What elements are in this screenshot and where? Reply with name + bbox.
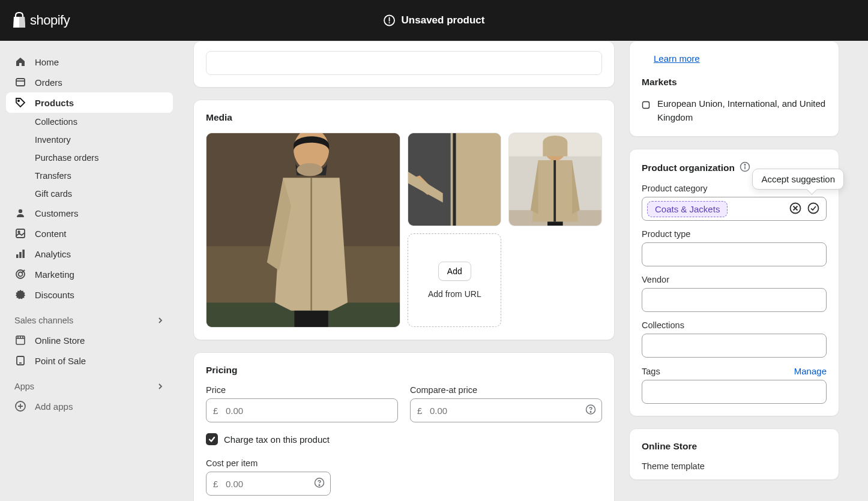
topbar-status: Unsaved product xyxy=(384,14,485,26)
sidebar-item-add-apps[interactable]: Add apps xyxy=(6,396,173,416)
sidebar-sub-inventory[interactable]: Inventory xyxy=(6,131,173,149)
content-icon xyxy=(14,227,26,239)
topbar: shopify Unsaved product xyxy=(0,0,868,41)
compare-price-input[interactable] xyxy=(410,398,602,422)
sidebar-item-analytics[interactable]: Analytics xyxy=(6,244,173,264)
sidebar-sub-transfers[interactable]: Transfers xyxy=(6,167,173,185)
charge-tax-row[interactable]: Charge tax on this product xyxy=(206,433,602,445)
pricing-card: Pricing Price £ Compare-at price £ Charg… xyxy=(193,352,615,501)
type-label: Product type xyxy=(642,229,827,239)
collections-label: Collections xyxy=(642,320,827,330)
svg-rect-20 xyxy=(294,311,328,327)
media-thumb-3[interactable] xyxy=(508,133,602,226)
globe-icon xyxy=(642,100,650,124)
discounts-icon xyxy=(14,289,26,301)
brand-text: shopify xyxy=(30,13,70,28)
vendor-label: Vendor xyxy=(642,275,827,284)
price-label: Price xyxy=(206,385,398,395)
sidebar-sub-collections[interactable]: Collections xyxy=(6,113,173,131)
partial-input-top[interactable] xyxy=(206,51,602,75)
products-icon xyxy=(14,97,26,109)
media-add-tile[interactable]: Add Add from URL xyxy=(408,233,501,327)
markets-text: European Union, International, and Unite… xyxy=(657,97,827,124)
accept-suggestion-button[interactable] xyxy=(807,202,820,217)
pricing-title: Pricing xyxy=(206,365,602,376)
help-icon[interactable] xyxy=(585,404,596,417)
online-store-title: Online Store xyxy=(642,441,827,452)
status-text: Unsaved product xyxy=(402,14,485,26)
help-icon[interactable] xyxy=(314,478,325,490)
learn-more-link[interactable]: Learn more xyxy=(654,53,700,64)
reject-suggestion-button[interactable] xyxy=(789,202,802,217)
card-online-store: Online Store Theme template xyxy=(629,428,839,480)
add-from-url-link[interactable]: Add from URL xyxy=(428,289,481,299)
collections-input[interactable] xyxy=(642,334,827,358)
svg-point-33 xyxy=(590,412,591,413)
svg-rect-25 xyxy=(453,133,456,226)
sidebar-item-online-store[interactable]: Online Store xyxy=(6,330,173,350)
category-suggestion-pill[interactable]: Coats & Jackets xyxy=(647,201,728,217)
sidebar-item-pos[interactable]: Point of Sale xyxy=(6,350,173,371)
orders-icon xyxy=(14,76,26,88)
svg-point-7 xyxy=(18,231,20,233)
svg-point-35 xyxy=(319,485,320,486)
currency-symbol: £ xyxy=(417,406,422,416)
sidebar-sub-gift-cards[interactable]: Gift cards xyxy=(6,185,173,203)
sidebar-item-products[interactable]: Products xyxy=(6,92,173,113)
info-icon[interactable] xyxy=(740,161,750,174)
currency-symbol: £ xyxy=(213,406,218,416)
sidebar-item-discounts[interactable]: Discounts xyxy=(6,284,173,305)
chevron-right-icon xyxy=(156,382,164,391)
markets-title: Markets xyxy=(642,77,827,88)
svg-point-38 xyxy=(744,164,746,166)
manage-tags-link[interactable]: Manage xyxy=(794,366,827,376)
svg-rect-23 xyxy=(451,133,501,226)
customers-icon xyxy=(14,207,26,219)
sidebar-item-orders[interactable]: Orders xyxy=(6,72,173,92)
svg-rect-36 xyxy=(643,102,649,109)
compare-label: Compare-at price xyxy=(410,385,602,395)
cost-input[interactable] xyxy=(206,472,331,496)
tags-input[interactable] xyxy=(642,380,827,404)
svg-rect-14 xyxy=(17,356,24,365)
pos-icon xyxy=(14,355,26,367)
svg-point-5 xyxy=(19,209,22,213)
media-thumb-2[interactable] xyxy=(408,133,501,226)
currency-symbol: £ xyxy=(213,479,218,489)
tags-label: Tags xyxy=(642,367,660,376)
category-field[interactable]: Coats & Jackets Accept suggestion xyxy=(642,197,827,221)
checkbox-checked-icon xyxy=(206,433,218,445)
svg-point-21 xyxy=(297,163,322,176)
media-title: Media xyxy=(206,112,602,123)
vendor-input[interactable] xyxy=(642,288,827,312)
media-main-image[interactable] xyxy=(206,133,400,328)
svg-rect-31 xyxy=(547,221,563,226)
accept-suggestion-tooltip: Accept suggestion xyxy=(752,169,844,190)
svg-rect-30 xyxy=(554,160,556,221)
svg-rect-10 xyxy=(22,250,25,258)
svg-rect-8 xyxy=(16,254,19,258)
sidebar: Home Orders Products Collections Invento… xyxy=(0,41,179,501)
add-media-button[interactable]: Add xyxy=(438,262,471,281)
sidebar-item-home[interactable]: Home xyxy=(6,52,173,72)
cost-label: Cost per item xyxy=(206,458,602,468)
charge-tax-label: Charge tax on this product xyxy=(224,434,330,445)
product-image-3 xyxy=(509,133,601,226)
svg-rect-3 xyxy=(16,79,25,86)
chevron-right-icon xyxy=(156,316,164,325)
org-title: Product organization xyxy=(642,163,735,173)
svg-point-40 xyxy=(809,203,819,213)
product-image-2 xyxy=(408,133,501,226)
sidebar-item-customers[interactable]: Customers xyxy=(6,203,173,223)
alert-icon xyxy=(384,14,396,26)
type-input[interactable] xyxy=(642,242,827,266)
sidebar-header-apps[interactable]: Apps xyxy=(6,371,173,396)
sidebar-header-sales-channels[interactable]: Sales channels xyxy=(6,305,173,330)
theme-template-label: Theme template xyxy=(642,461,827,471)
sidebar-item-marketing[interactable]: Marketing xyxy=(6,264,173,284)
sidebar-sub-purchase-orders[interactable]: Purchase orders xyxy=(6,149,173,167)
brand-logo[interactable]: shopify xyxy=(12,12,70,29)
svg-rect-9 xyxy=(19,252,22,258)
price-input[interactable] xyxy=(206,398,398,422)
sidebar-item-content[interactable]: Content xyxy=(6,223,173,244)
